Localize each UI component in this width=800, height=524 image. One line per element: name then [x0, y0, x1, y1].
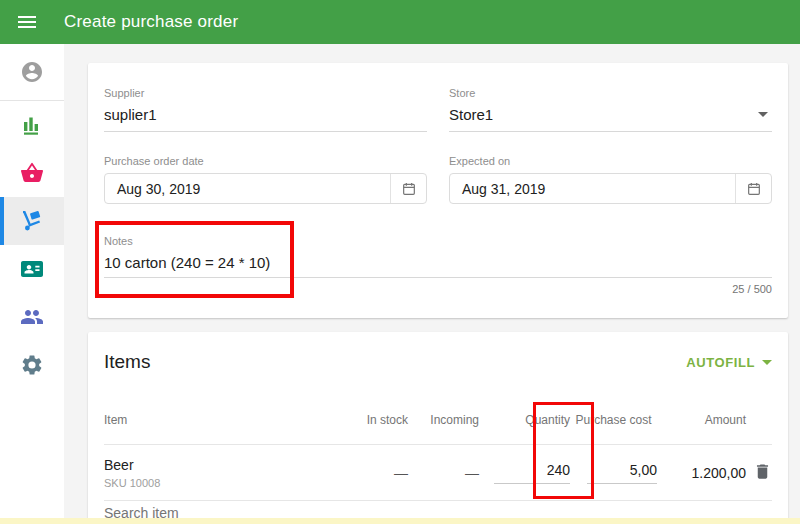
- sidebar-item-settings[interactable]: [0, 341, 64, 389]
- purchase-order-date-value: Aug 30, 2019: [105, 181, 390, 197]
- order-details-card: Supplier suplier1 Store Store1 Purchase …: [88, 63, 788, 318]
- sidebar-item-purchase-orders[interactable]: [0, 197, 64, 245]
- item-sku: SKU 10008: [104, 477, 326, 489]
- notes-label: Notes: [104, 235, 772, 247]
- search-item-input[interactable]: Search item: [104, 505, 772, 521]
- delete-row-button[interactable]: [753, 462, 772, 484]
- column-header-amount: Amount: [657, 413, 746, 427]
- main-content: Supplier suplier1 Store Store1 Purchase …: [64, 44, 800, 524]
- expected-on-date-picker-button[interactable]: [735, 174, 771, 203]
- calendar-icon: [401, 181, 417, 197]
- items-card: Items AUTOFILL Item In stock Incoming Qu…: [88, 332, 788, 524]
- chevron-down-icon: [762, 360, 772, 365]
- table-row: Beer SKU 10008 — — 240 5,00 1.200,00: [104, 445, 772, 501]
- item-name: Beer: [104, 457, 326, 473]
- sidebar-item-account[interactable]: [0, 44, 64, 101]
- column-header-quantity: Quantity: [479, 413, 570, 427]
- people-icon: [20, 305, 44, 329]
- expected-on-label: Expected on: [449, 155, 772, 167]
- column-header-purchase-cost: Purchase cost: [570, 412, 657, 428]
- sidebar-item-items[interactable]: [0, 149, 64, 197]
- notes-char-counter: 25 / 500: [104, 283, 772, 295]
- autofill-button[interactable]: AUTOFILL: [686, 355, 772, 370]
- hamburger-menu-icon[interactable]: [16, 6, 56, 38]
- store-select[interactable]: Store1: [449, 106, 772, 132]
- autofill-label: AUTOFILL: [686, 355, 755, 370]
- basket-icon: [20, 161, 44, 185]
- purchase-order-date-field: Purchase order date Aug 30, 2019: [104, 155, 427, 204]
- supplier-field[interactable]: Supplier suplier1: [104, 87, 427, 132]
- sidebar-item-employees[interactable]: [0, 293, 64, 341]
- app-header: Create purchase order: [0, 0, 800, 44]
- notes-input[interactable]: 10 carton (240 = 24 * 10): [104, 254, 772, 278]
- page-title: Create purchase order: [64, 12, 238, 32]
- account-circle-icon: [20, 60, 44, 84]
- supplier-input[interactable]: suplier1: [104, 106, 427, 132]
- store-selected-value: Store1: [449, 106, 493, 123]
- quantity-input[interactable]: 240: [494, 462, 570, 484]
- notes-field: Notes 10 carton (240 = 24 * 10) 25 / 500: [104, 235, 772, 295]
- column-header-in-stock: In stock: [326, 413, 408, 427]
- column-header-item: Item: [104, 413, 326, 427]
- trash-icon: [753, 462, 772, 481]
- store-label: Store: [449, 87, 772, 99]
- store-field[interactable]: Store Store1: [449, 87, 772, 132]
- gear-icon: [20, 353, 44, 377]
- bar-chart-icon: [20, 113, 44, 137]
- amount-value: 1.200,00: [657, 465, 746, 481]
- create-purchase-order-page: Create purchase order: [0, 0, 800, 524]
- item-cell: Beer SKU 10008: [104, 457, 326, 489]
- incoming-value: —: [408, 465, 479, 481]
- in-stock-value: —: [326, 465, 408, 481]
- contact-card-icon: [20, 257, 44, 281]
- expected-on-field: Expected on Aug 31, 2019: [449, 155, 772, 204]
- hand-truck-icon: [20, 209, 44, 233]
- chevron-down-icon: [758, 112, 768, 117]
- sidebar-item-customers[interactable]: [0, 245, 64, 293]
- purchase-order-date-label: Purchase order date: [104, 155, 427, 167]
- expected-on-input[interactable]: Aug 31, 2019: [449, 173, 772, 204]
- expected-on-value: Aug 31, 2019: [450, 181, 735, 197]
- items-section-title: Items: [104, 351, 150, 373]
- calendar-icon: [746, 181, 762, 197]
- column-header-incoming: Incoming: [408, 413, 479, 427]
- sidebar: [0, 44, 64, 524]
- supplier-label: Supplier: [104, 87, 427, 99]
- sidebar-item-reports[interactable]: [0, 101, 64, 149]
- items-table-header: Item In stock Incoming Quantity Purchase…: [104, 396, 772, 445]
- purchase-cost-input[interactable]: 5,00: [587, 462, 657, 484]
- purchase-order-date-picker-button[interactable]: [390, 174, 426, 203]
- purchase-order-date-input[interactable]: Aug 30, 2019: [104, 173, 427, 204]
